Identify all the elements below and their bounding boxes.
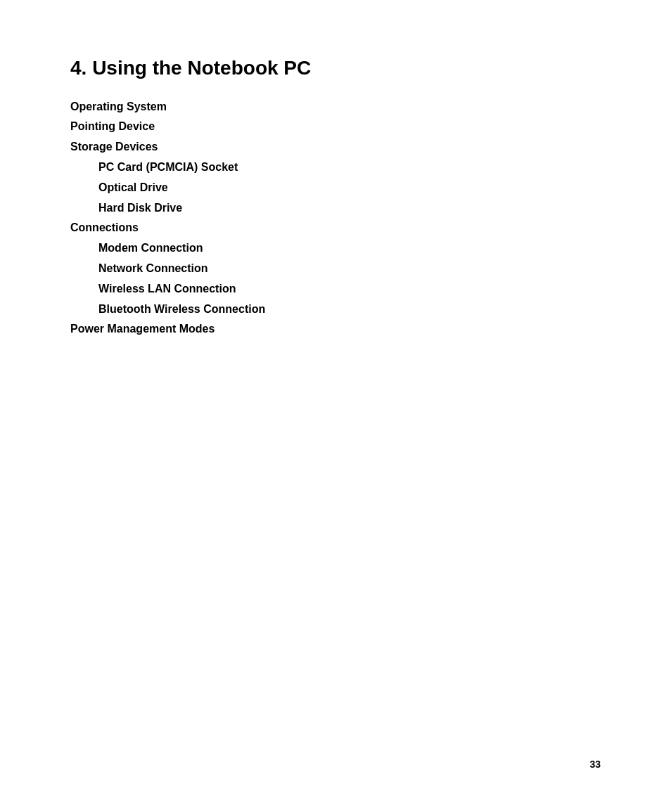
page-content: 4. Using the Notebook PC Operating Syste… [0,0,671,812]
toc-item-pointing-device[interactable]: Pointing Device [70,117,601,137]
toc-item-storage-devices[interactable]: Storage Devices [70,137,601,157]
toc-item-power-management[interactable]: Power Management Modes [70,319,601,340]
toc-item-optical-drive[interactable]: Optical Drive [70,178,601,198]
toc-item-connections[interactable]: Connections [70,218,601,238]
toc-item-bluetooth[interactable]: Bluetooth Wireless Connection [70,299,601,320]
toc-item-hard-disk-drive[interactable]: Hard Disk Drive [70,198,601,219]
toc-item-pc-card[interactable]: PC Card (PCMCIA) Socket [70,157,601,178]
page-number: 33 [589,759,601,770]
toc-item-operating-system[interactable]: Operating System [70,97,601,117]
toc-item-wireless-lan[interactable]: Wireless LAN Connection [70,279,601,299]
toc-item-modem-connection[interactable]: Modem Connection [70,238,601,259]
toc-list: Operating System Pointing Device Storage… [70,97,601,340]
toc-item-network-connection[interactable]: Network Connection [70,259,601,279]
chapter-title: 4. Using the Notebook PC [70,56,601,80]
